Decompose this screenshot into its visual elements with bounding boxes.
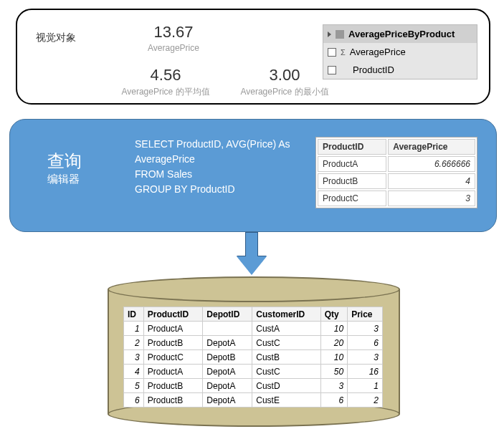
cell: 1 <box>124 322 144 336</box>
metric-label: AveragePrice 的平均值 <box>98 86 234 98</box>
query-title: 查询 <box>47 150 82 173</box>
fields-column-row[interactable]: Σ AveragePrice <box>323 43 477 61</box>
col-header: AveragePrice <box>388 139 475 155</box>
sql-line: AveragePrice <box>135 152 307 167</box>
cell: 4 <box>124 365 144 379</box>
sigma-icon: Σ <box>341 48 346 57</box>
col-header: ProductID <box>143 307 203 322</box>
fields-column-row[interactable]: ProductID <box>323 61 477 79</box>
fields-table-row[interactable]: AveragePriceByProduct <box>323 25 477 43</box>
sql-text: SELECT ProductID, AVG(Price) As AverageP… <box>135 137 307 197</box>
checkbox-icon[interactable] <box>328 66 336 74</box>
arrow-down-icon <box>237 232 267 276</box>
source-table: ID ProductID DepotID CustomerID Qty Pric… <box>123 307 383 408</box>
cell: 6 <box>124 393 144 408</box>
cell: 3 <box>320 379 347 393</box>
col-header: ProductID <box>318 139 386 155</box>
cell: DepotA <box>203 365 252 379</box>
col-header: DepotID <box>203 307 252 322</box>
metric-value: 13.67 <box>123 23 224 42</box>
field-name: ProductID <box>353 64 394 75</box>
cell: CustD <box>252 379 320 393</box>
sql-line: FROM Sales <box>135 167 307 182</box>
query-subtitle: 编辑器 <box>47 173 80 186</box>
col-header: CustomerID <box>252 307 320 322</box>
metric-avg: 13.67 AveragePrice <box>123 23 224 53</box>
visuals-panel: 视觉对象 13.67 AveragePrice 4.56 AveragePric… <box>16 9 490 105</box>
sql-line: GROUP BY ProductID <box>135 182 307 197</box>
cell: 20 <box>320 336 347 350</box>
cell: ProductA <box>143 365 203 379</box>
cell: ProductC <box>143 350 203 365</box>
col-header: Qty <box>320 307 347 322</box>
cell: ProductB <box>143 336 203 350</box>
metric-avg-of-avg: 4.56 AveragePrice 的平均值 <box>98 66 234 98</box>
table-header-row: ID ProductID DepotID CustomerID Qty Pric… <box>124 307 383 322</box>
checkbox-icon[interactable] <box>328 48 336 57</box>
cell: 2 <box>124 336 144 350</box>
cell: 4 <box>388 173 475 189</box>
cylinder-top <box>108 276 400 302</box>
table-row: 2ProductBDepotACustC206 <box>124 336 383 350</box>
cell: 10 <box>320 322 347 336</box>
cell: 3 <box>124 350 144 365</box>
col-header: ID <box>124 307 144 322</box>
sql-line: SELECT ProductID, AVG(Price) As <box>135 137 307 152</box>
cell: 3 <box>348 350 383 365</box>
metric-value: 4.56 <box>98 66 234 85</box>
metric-label: AveragePrice <box>123 43 224 53</box>
table-header-row: ProductID AveragePrice <box>318 139 475 155</box>
table-row: ProductB4 <box>318 173 475 189</box>
table-icon <box>336 30 344 39</box>
cell: ProductB <box>143 393 203 408</box>
cell: ProductA <box>318 156 386 172</box>
cell: CustC <box>252 365 320 379</box>
cell: 10 <box>320 350 347 365</box>
cell: CustC <box>252 336 320 350</box>
field-name: AveragePrice <box>350 47 406 57</box>
table-row: ProductA6.666666 <box>318 156 475 172</box>
metric-label: AveragePrice 的最小值 <box>217 86 353 98</box>
cell: ProductC <box>318 191 386 206</box>
cell: 6 <box>348 336 383 350</box>
col-header: Price <box>348 307 383 322</box>
cell: 2 <box>348 393 383 408</box>
cell: ProductB <box>143 379 203 393</box>
table-row: 3ProductCDepotBCustB103 <box>124 350 383 365</box>
cell: DepotB <box>203 350 252 365</box>
fields-table-name: AveragePriceByProduct <box>348 29 455 39</box>
table-row: ProductC3 <box>318 191 475 206</box>
query-panel: 查询 编辑器 SELECT ProductID, AVG(Price) As A… <box>9 119 497 232</box>
cell: DepotA <box>203 379 252 393</box>
cell: 16 <box>348 365 383 379</box>
cell: CustA <box>252 322 320 336</box>
cell: ProductB <box>318 173 386 189</box>
visuals-label: 视觉对象 <box>36 32 76 44</box>
cell: CustB <box>252 350 320 365</box>
table-row: 1ProductACustA103 <box>124 322 383 336</box>
query-result-table: ProductID AveragePrice ProductA6.666666 … <box>315 137 477 208</box>
cell: 50 <box>320 365 347 379</box>
cell: 1 <box>348 379 383 393</box>
cell: DepotA <box>203 393 252 408</box>
cell: 3 <box>388 191 475 206</box>
cell: CustE <box>252 393 320 408</box>
table-row: 4ProductADepotACustC5016 <box>124 365 383 379</box>
cell: 3 <box>348 322 383 336</box>
cell: 6 <box>320 393 347 408</box>
database-cylinder: ID ProductID DepotID CustomerID Qty Pric… <box>108 276 400 427</box>
table-row: 6ProductBDepotACustE62 <box>124 393 383 408</box>
cell: 5 <box>124 379 144 393</box>
expand-icon <box>328 32 331 37</box>
fields-pane[interactable]: AveragePriceByProduct Σ AveragePrice Pro… <box>323 24 477 79</box>
cell <box>203 322 252 336</box>
table-row: 5ProductBDepotACustD31 <box>124 379 383 393</box>
cell: 6.666666 <box>388 156 475 172</box>
cell: ProductA <box>143 322 203 336</box>
cell: DepotA <box>203 336 252 350</box>
